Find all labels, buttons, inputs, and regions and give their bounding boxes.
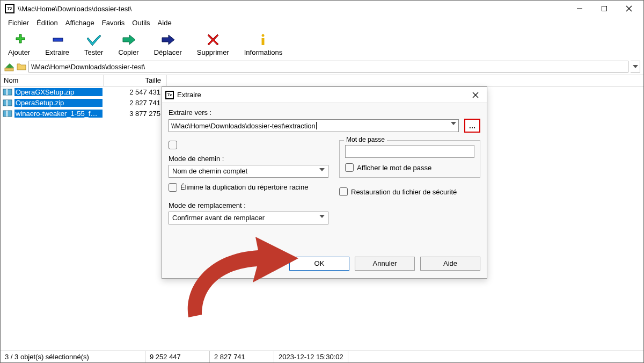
dialog-close-button[interactable] — [467, 87, 484, 103]
toolbar-delete-label: Supprimer — [197, 48, 229, 56]
plus-icon — [12, 32, 27, 47]
toolbar-delete[interactable]: Supprimer — [197, 32, 229, 56]
maximize-button[interactable] — [592, 1, 617, 17]
toolbar-copy[interactable]: Copier — [118, 32, 138, 56]
svg-rect-13 — [6, 111, 8, 117]
ok-button[interactable]: OK — [289, 257, 349, 271]
path-input[interactable]: \\Mac\Home\Downloads\dossier-test\ — [28, 61, 628, 72]
svg-point-5 — [262, 34, 265, 37]
window-title: \\Mac\Home\Downloads\dossier-test\ — [18, 5, 567, 13]
svg-rect-9 — [6, 89, 8, 95]
unnamed-checkbox[interactable] — [169, 141, 177, 149]
column-name[interactable]: Nom — [1, 75, 104, 86]
extract-to-label: Extraire vers : — [169, 108, 480, 117]
menu-favorites[interactable]: Favoris — [99, 18, 128, 28]
svg-rect-7 — [5, 68, 13, 71]
close-button[interactable] — [617, 1, 641, 17]
status-total-size: 9 252 447 — [145, 351, 210, 362]
titlebar: 7z \\Mac\Home\Downloads\dossier-test\ — [1, 1, 643, 17]
overwrite-mode-select[interactable]: Confirmer avant de remplacer — [169, 212, 328, 224]
toolbar-move[interactable]: Déplacer — [154, 32, 182, 56]
extract-dialog: 7z Extraire Extraire vers : \\Mac\Home\D… — [162, 86, 487, 279]
chevron-down-icon — [319, 168, 325, 171]
x-icon — [206, 32, 220, 47]
file-name: OperaGXSetup.zip — [14, 88, 103, 96]
path-text: \\Mac\Home\Downloads\dossier-test\ — [31, 63, 145, 71]
menu-help[interactable]: Aide — [155, 18, 175, 28]
password-group: Mot de passe Afficher le mot de passe — [339, 140, 480, 178]
status-sel-size: 2 827 741 — [210, 351, 274, 362]
file-name: OperaSetup.zip — [14, 99, 103, 107]
svg-rect-11 — [6, 100, 8, 106]
cancel-button[interactable]: Annuler — [355, 257, 415, 271]
dialog-body: Extraire vers : \\Mac\Home\Downloads\dos… — [162, 103, 487, 278]
status-selection: 3 / 3 objet(s) sélectionné(s) — [1, 351, 145, 362]
toolbar: Ajouter Extraire Tester Copier Déplacer … — [1, 30, 643, 60]
eliminate-duplication-label: Élimine la duplication du répertoire rac… — [180, 183, 308, 191]
overwrite-mode-value: Confirmer avant de remplacer — [172, 214, 265, 222]
text-cursor — [316, 122, 317, 129]
restore-security-checkbox[interactable] — [339, 187, 348, 196]
show-password-checkbox[interactable] — [345, 163, 354, 172]
sevenzip-icon: 7z — [165, 91, 174, 99]
toolbar-extract[interactable]: Extraire — [45, 32, 69, 56]
menu-file[interactable]: Fichier — [5, 18, 32, 28]
chevron-down-icon — [633, 65, 638, 68]
close-icon — [472, 92, 479, 98]
check-icon — [86, 32, 102, 47]
minus-icon — [50, 32, 65, 47]
svg-rect-6 — [262, 38, 265, 45]
restore-security-label: Restauration du fichier de sécurité — [351, 188, 457, 196]
file-size: 2 547 431 — [103, 88, 166, 96]
file-size: 3 877 275 — [103, 110, 166, 118]
chevron-down-icon[interactable] — [451, 122, 456, 125]
status-date: 2023-12-12 15:30:02 — [274, 351, 348, 362]
arrow-right-green-icon — [121, 32, 137, 47]
arrow-right-blue-icon — [160, 32, 176, 47]
toolbar-test-label: Tester — [84, 48, 103, 56]
svg-rect-1 — [602, 6, 607, 11]
file-size: 2 827 741 — [103, 99, 166, 107]
column-headers: Nom Taille — [1, 75, 643, 86]
menu-edit[interactable]: Édition — [33, 18, 61, 28]
up-folder-icon[interactable] — [4, 61, 14, 72]
file-name: winaero-tweaker_1-55_f… — [14, 110, 103, 118]
info-icon — [257, 32, 269, 47]
toolbar-move-label: Déplacer — [154, 48, 182, 56]
toolbar-add[interactable]: Ajouter — [8, 32, 30, 56]
svg-rect-4 — [53, 38, 63, 41]
toolbar-info[interactable]: Informations — [244, 32, 283, 56]
browse-button[interactable]: … — [464, 119, 480, 133]
menu-tools[interactable]: Outils — [129, 18, 153, 28]
sevenzip-icon: 7z — [5, 4, 14, 13]
dialog-titlebar: 7z Extraire — [162, 87, 487, 103]
password-group-legend: Mot de passe — [344, 136, 387, 143]
password-input[interactable] — [345, 145, 474, 158]
column-size[interactable]: Taille — [104, 75, 167, 86]
path-dropdown[interactable] — [631, 61, 640, 72]
toolbar-info-label: Informations — [244, 48, 283, 56]
path-mode-label: Mode de chemin : — [169, 155, 328, 163]
archive-icon — [3, 110, 12, 117]
toolbar-test[interactable]: Tester — [84, 32, 103, 56]
dialog-title: Extraire — [177, 91, 467, 99]
folder-icon — [17, 62, 26, 71]
window-controls — [567, 1, 641, 17]
archive-icon — [3, 99, 12, 106]
overwrite-mode-label: Mode de remplacement : — [169, 201, 328, 209]
toolbar-extract-label: Extraire — [45, 48, 69, 56]
toolbar-add-label: Ajouter — [8, 48, 30, 56]
statusbar: 3 / 3 objet(s) sélectionné(s) 9 252 447 … — [1, 351, 643, 362]
extract-to-value: \\Mac\Home\Downloads\dossier-test\extrac… — [171, 122, 316, 130]
eliminate-duplication-checkbox[interactable] — [169, 183, 177, 192]
extract-to-input[interactable]: \\Mac\Home\Downloads\dossier-test\extrac… — [169, 119, 459, 132]
menubar: Fichier Édition Affichage Favoris Outils… — [1, 17, 643, 30]
archive-icon — [3, 88, 12, 96]
minimize-button[interactable] — [567, 1, 592, 17]
path-mode-select[interactable]: Nom de chemin complet — [169, 165, 328, 178]
address-bar: \\Mac\Home\Downloads\dossier-test\ — [1, 60, 643, 75]
path-mode-value: Nom de chemin complet — [172, 167, 247, 175]
show-password-label: Afficher le mot de passe — [357, 164, 431, 172]
help-button[interactable]: Aide — [420, 257, 480, 271]
menu-view[interactable]: Affichage — [62, 18, 98, 28]
